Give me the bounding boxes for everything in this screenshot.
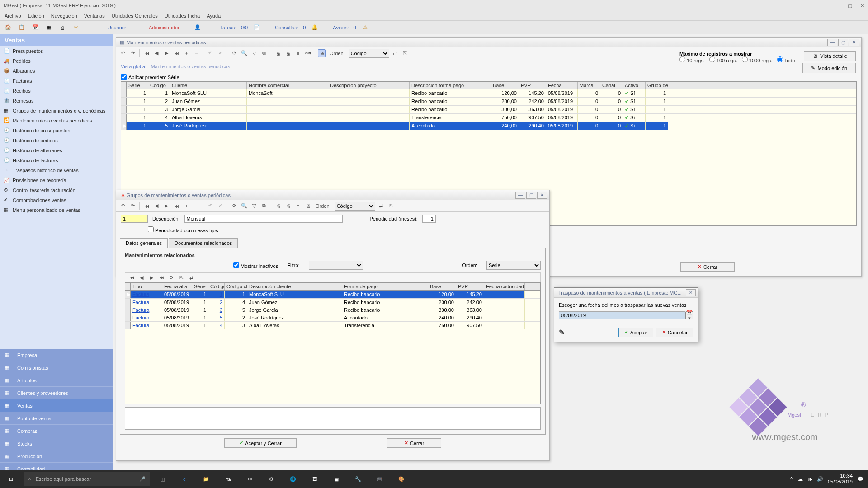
win1-close-button[interactable]: ✕ bbox=[849, 39, 859, 46]
col-header[interactable]: Série bbox=[192, 283, 208, 290]
search-icon[interactable]: 🔍 bbox=[240, 202, 248, 210]
maximize-icon[interactable]: ▢ bbox=[848, 3, 852, 9]
win1-header[interactable]: ▦ Mantenimientos o ventas periódicas — ▢… bbox=[116, 38, 861, 47]
filter-icon[interactable]: ▽ bbox=[250, 202, 258, 210]
col-header[interactable]: Tipo bbox=[131, 283, 162, 290]
remove-icon[interactable]: － bbox=[192, 49, 200, 57]
dialog-cancelar-button[interactable]: ✕Cancelar bbox=[656, 328, 693, 337]
print2-icon[interactable]: 🖨 bbox=[284, 202, 292, 210]
export-icon[interactable]: ⇱ bbox=[387, 202, 395, 210]
menu-navegacion[interactable]: Navegación bbox=[51, 13, 77, 19]
copy-icon[interactable]: ⧉ bbox=[260, 49, 268, 57]
col-header[interactable]: Código clie bbox=[225, 283, 247, 290]
calendar-dropdown-icon[interactable]: 📅▾ bbox=[685, 311, 693, 319]
clipboard-icon[interactable]: 📋 bbox=[17, 23, 26, 32]
col-header[interactable]: Base bbox=[491, 82, 519, 89]
terminal-icon[interactable]: ▣ bbox=[326, 470, 347, 488]
col-header[interactable]: Descripción proyecto bbox=[328, 82, 410, 89]
menu-archivo[interactable]: Archivo bbox=[5, 13, 21, 19]
swap-icon[interactable]: ⇄ bbox=[391, 49, 399, 57]
notes-area[interactable] bbox=[125, 407, 541, 430]
table-row[interactable]: Factura05/08/2019143Alba LloverasTransfe… bbox=[125, 322, 540, 329]
next-icon[interactable]: ▶ bbox=[162, 202, 170, 210]
list-icon[interactable]: ≡ bbox=[294, 202, 302, 210]
taskbar-search[interactable]: ○ Escribe aquí para buscar 🎤 bbox=[24, 472, 150, 486]
sidebar-main-stocks[interactable]: ▦Stocks bbox=[0, 437, 113, 450]
copy-icon[interactable]: ⧉ bbox=[260, 202, 268, 210]
col-header[interactable]: Forma de pago bbox=[342, 283, 428, 290]
network-icon[interactable]: 🕪 bbox=[807, 476, 812, 482]
app2-icon[interactable]: 🔧 bbox=[347, 470, 369, 488]
photos-icon[interactable]: 🖼 bbox=[304, 470, 326, 488]
col-header[interactable]: Descripción forma pago bbox=[410, 82, 491, 89]
mostrar-inactivos-checkbox[interactable] bbox=[233, 262, 239, 268]
col-header[interactable]: Descripción cliente bbox=[247, 283, 342, 290]
win2-close-button[interactable]: ✕ bbox=[537, 192, 547, 199]
col-header[interactable]: Base bbox=[428, 283, 456, 290]
col-header[interactable]: Código bbox=[208, 283, 225, 290]
refresh-icon[interactable]: ⟳ bbox=[230, 202, 238, 210]
orden2-select[interactable]: Serie bbox=[486, 261, 541, 270]
search-icon[interactable]: 🔍 bbox=[240, 49, 248, 57]
menu-ventanas[interactable]: Ventanas bbox=[84, 13, 105, 19]
filtro-select[interactable] bbox=[309, 261, 363, 270]
last-icon[interactable]: ⏭ bbox=[157, 273, 165, 282]
win2-grid[interactable]: TipoFecha altaSérieCódigoCódigo clieDesc… bbox=[125, 282, 541, 404]
filter-icon[interactable]: ▽ bbox=[250, 49, 258, 57]
sidebar-item-hist-facturas[interactable]: 🕘Histórico de facturas bbox=[0, 155, 113, 165]
sidebar-item-facturas[interactable]: 🧾Facturas bbox=[0, 76, 113, 86]
close-icon[interactable]: ✕ bbox=[860, 3, 864, 9]
print-icon[interactable]: 🖨 bbox=[58, 23, 67, 32]
win1-minimize-button[interactable]: — bbox=[827, 39, 837, 46]
start-button[interactable]: ⊞ bbox=[0, 470, 22, 488]
orden-select[interactable]: Código bbox=[349, 49, 389, 58]
sidebar-item-albaranes[interactable]: 📦Albaranes bbox=[0, 66, 113, 76]
col-header[interactable]: Marca bbox=[578, 82, 600, 89]
monitor-icon[interactable]: 🖥 bbox=[318, 49, 326, 57]
user-icon[interactable]: 👤 bbox=[193, 23, 202, 32]
sidebar-main-artículos[interactable]: ▦Artículos bbox=[0, 374, 113, 387]
mail-icon[interactable]: ✉▾ bbox=[304, 49, 312, 57]
orden-select[interactable]: Código bbox=[335, 202, 375, 211]
sidebar-item-mant-periodicas[interactable]: 🔁Mantenimientos o ventas periódicas bbox=[0, 116, 113, 126]
explorer-icon[interactable]: 📁 bbox=[195, 470, 217, 488]
prev-icon[interactable]: ◀ bbox=[152, 49, 160, 57]
print2-icon[interactable]: 🖨 bbox=[284, 49, 292, 57]
dialog-aceptar-button[interactable]: ✔Aceptar bbox=[618, 328, 653, 337]
radio-3[interactable]: Todo bbox=[777, 56, 795, 63]
forward-icon[interactable]: ↷ bbox=[128, 202, 137, 210]
swap-icon[interactable]: ⇄ bbox=[377, 202, 385, 210]
back-icon[interactable]: ↶ bbox=[118, 49, 127, 57]
col-header[interactable]: Fecha bbox=[546, 82, 578, 89]
taskview-icon[interactable]: ◫ bbox=[152, 470, 174, 488]
win2-minimize-button[interactable]: — bbox=[515, 192, 525, 199]
taskbar-clock[interactable]: 10:34 05/08/2019 bbox=[828, 473, 853, 485]
sidebar-item-comprobaciones[interactable]: ✔Comprobaciones ventas bbox=[0, 195, 113, 205]
col-header[interactable]: Série bbox=[127, 82, 148, 89]
menu-edicion[interactable]: Edición bbox=[28, 13, 44, 19]
swap-icon[interactable]: ⇄ bbox=[187, 273, 195, 282]
tray-up-icon[interactable]: ⌃ bbox=[789, 476, 793, 482]
sidebar-item-pedidos[interactable]: 🚚Pedidos bbox=[0, 56, 113, 66]
sidebar-item-hist-albaranes[interactable]: 🕘Histórico de albaranes bbox=[0, 145, 113, 155]
minimize-icon[interactable]: — bbox=[835, 3, 840, 9]
edge-icon[interactable]: e bbox=[174, 470, 195, 488]
prev-icon[interactable]: ◀ bbox=[152, 202, 160, 210]
table-row[interactable]: Factura05/08/2019124Juan GómezRecibo ban… bbox=[125, 299, 540, 306]
sidebar-item-hist-presupuestos[interactable]: 🕘Histórico de presupuestos bbox=[0, 126, 113, 136]
col-header[interactable]: Fecha alta bbox=[162, 283, 192, 290]
preorden-checkbox[interactable] bbox=[121, 74, 127, 80]
descripcion-input[interactable] bbox=[184, 215, 343, 223]
monitor-icon[interactable]: 🖥 bbox=[304, 202, 312, 210]
first-icon[interactable]: ⏮ bbox=[127, 273, 136, 282]
table-row[interactable]: ▶15José RodríguezAl contado240,00290,400… bbox=[121, 122, 856, 130]
col-header[interactable]: Código bbox=[148, 82, 170, 89]
radio-0[interactable]: 10 regs. bbox=[679, 56, 705, 63]
periodicidad-input[interactable] bbox=[422, 215, 436, 223]
table-row[interactable]: ▶Factura05/08/2019111MoncaSoft SLURecibo… bbox=[125, 291, 540, 299]
sidebar-main-punto-de-venta[interactable]: ▦Punto de venta bbox=[0, 412, 113, 425]
vista-detalle-button[interactable]: 🖥Vista detalle bbox=[804, 51, 856, 61]
next-icon[interactable]: ▶ bbox=[162, 49, 170, 57]
col-header[interactable]: Nombre comercial bbox=[247, 82, 328, 89]
col-header[interactable]: Canal bbox=[600, 82, 623, 89]
